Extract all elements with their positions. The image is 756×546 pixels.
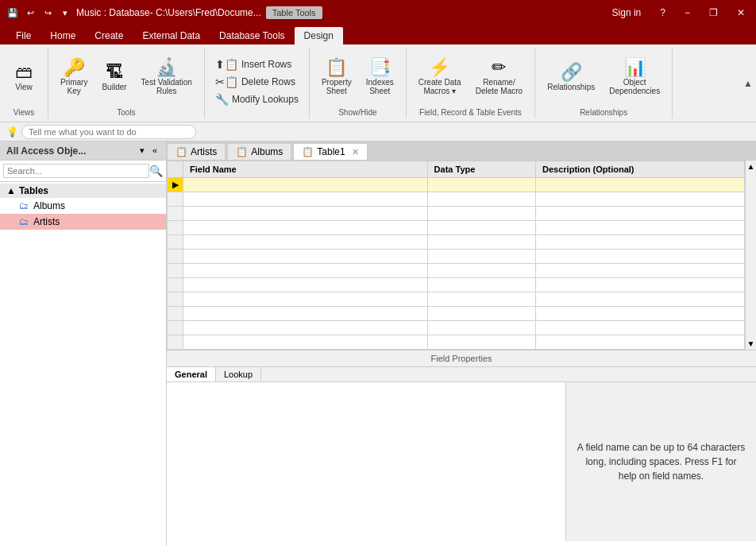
show-hide-label: Show/Hide — [338, 105, 376, 117]
insert-rows-button[interactable]: ⬆📋 Insert Rows — [211, 56, 303, 72]
sidebar-item-albums[interactable]: 🗂 Albums — [0, 198, 166, 214]
description-cell[interactable] — [536, 292, 745, 307]
table1-tab-icon: 📋 — [302, 146, 314, 157]
doc-tab-table1[interactable]: 📋 Table1 ✕ — [293, 143, 367, 160]
tab-external-data[interactable]: External Data — [133, 27, 210, 45]
tab-create[interactable]: Create — [85, 27, 133, 45]
field-properties-help-panel: A field name can be up to 64 characters … — [565, 382, 756, 541]
rename-delete-macro-button[interactable]: ✏ Rename/Delete Macro — [470, 55, 528, 99]
data-type-cell[interactable] — [427, 292, 535, 307]
create-data-macros-button[interactable]: ⚡ Create DataMacros ▾ — [413, 55, 467, 99]
sidebar-controls: ▾ « — [137, 145, 160, 157]
data-type-cell[interactable] — [427, 335, 535, 350]
redo-icon[interactable]: ↪ — [41, 6, 54, 19]
field-name-cell[interactable] — [183, 264, 428, 278]
description-cell-1[interactable] — [536, 178, 745, 192]
description-cell[interactable] — [536, 335, 745, 350]
description-cell[interactable] — [536, 192, 745, 207]
description-cell[interactable] — [536, 250, 745, 264]
field-name-header: Field Name — [183, 161, 428, 178]
builder-button[interactable]: 🏗 Builder — [96, 60, 132, 95]
field-name-cell[interactable] — [183, 192, 428, 207]
table1-tab-close[interactable]: ✕ — [352, 147, 359, 157]
views-label: Views — [14, 105, 35, 117]
table-tools-tag: Table Tools — [266, 6, 322, 19]
minimize-button[interactable]: − — [680, 6, 695, 20]
sidebar-menu-button[interactable]: ▾ — [137, 145, 147, 157]
artists-tab-icon: 📋 — [176, 146, 187, 157]
data-type-cell[interactable] — [427, 321, 535, 335]
tab-file[interactable]: File — [6, 27, 40, 45]
description-cell[interactable] — [536, 321, 745, 335]
data-type-cell-1[interactable] — [427, 178, 535, 192]
doc-tab-artists[interactable]: 📋 Artists — [167, 143, 226, 160]
albums-tab-icon: 📋 — [236, 146, 248, 157]
description-cell[interactable] — [536, 278, 745, 292]
tell-me-bar: 💡 — [0, 122, 756, 141]
artists-tab-label: Artists — [191, 146, 217, 157]
description-header: Description (Optional) — [536, 161, 745, 178]
test-validation-button[interactable]: 🔬 Test ValidationRules — [136, 55, 198, 99]
scrollbar-up-arrow[interactable]: ▲ — [747, 162, 755, 171]
sign-in-button[interactable]: Sign in — [608, 6, 646, 20]
field-props-tab-general[interactable]: General — [167, 367, 216, 381]
sidebar-collapse-button[interactable]: « — [150, 145, 160, 157]
sidebar-section-tables-header[interactable]: ▲ Tables — [0, 184, 166, 198]
relationships-button[interactable]: 🔗 Relationships — [542, 60, 600, 95]
description-cell[interactable] — [536, 235, 745, 250]
save-icon[interactable]: 💾 — [6, 6, 19, 19]
field-name-cell[interactable] — [183, 221, 428, 235]
undo-icon[interactable]: ↩ — [24, 6, 37, 19]
ribbon-collapse-icon[interactable]: ▲ — [743, 78, 753, 89]
view-button[interactable]: 🗃 View — [6, 60, 41, 95]
data-type-cell[interactable] — [427, 221, 535, 235]
description-cell[interactable] — [536, 264, 745, 278]
maximize-button[interactable]: ❐ — [704, 6, 723, 20]
sidebar-item-artists[interactable]: 🗂 Artists — [0, 214, 166, 230]
indexes-button[interactable]: 📑 IndexesSheet — [361, 55, 399, 99]
field-props-tab-lookup[interactable]: Lookup — [216, 367, 261, 381]
tab-database-tools[interactable]: Database Tools — [210, 27, 295, 45]
field-name-cell[interactable] — [183, 321, 428, 335]
data-type-cell[interactable] — [427, 250, 535, 264]
doc-tab-albums[interactable]: 📋 Albums — [227, 143, 291, 160]
data-type-cell[interactable] — [427, 192, 535, 207]
sidebar-title: All Access Obje... — [6, 145, 86, 157]
tab-design[interactable]: Design — [295, 27, 343, 45]
delete-rows-button[interactable]: ✂📋 Delete Rows — [211, 74, 303, 90]
table-vertical-scrollbar[interactable]: ▲ ▼ — [745, 161, 756, 350]
field-name-cell[interactable] — [183, 207, 428, 221]
close-button[interactable]: ✕ — [732, 6, 750, 20]
field-name-cell[interactable] — [183, 292, 428, 307]
field-name-cell[interactable] — [183, 250, 428, 264]
tab-home[interactable]: Home — [40, 27, 85, 45]
data-type-cell[interactable] — [427, 278, 535, 292]
data-type-cell[interactable] — [427, 235, 535, 250]
lightbulb-icon: 💡 — [6, 126, 18, 137]
field-name-cell[interactable] — [183, 278, 428, 292]
field-name-input-1[interactable] — [190, 180, 421, 190]
dropdown-icon[interactable]: ▾ — [59, 6, 71, 19]
data-type-cell[interactable] — [427, 207, 535, 221]
field-events-label: Field, Record & Table Events — [419, 105, 522, 117]
scrollbar-down-arrow[interactable]: ▼ — [747, 339, 755, 348]
field-name-cell[interactable] — [183, 235, 428, 250]
description-cell[interactable] — [536, 307, 745, 321]
field-name-cell[interactable] — [183, 335, 428, 350]
object-dependencies-button[interactable]: 📊 ObjectDependencies — [604, 55, 665, 99]
description-cell[interactable] — [536, 221, 745, 235]
data-type-cell[interactable] — [427, 307, 535, 321]
title-bar-right: Sign in ? − ❐ ✕ — [608, 6, 750, 20]
property-sheet-button[interactable]: 📋 PropertySheet — [316, 55, 357, 99]
table-row — [168, 307, 745, 321]
tell-me-input[interactable] — [21, 125, 196, 139]
description-cell[interactable] — [536, 207, 745, 221]
help-button[interactable]: ? — [655, 6, 670, 20]
primary-key-button[interactable]: 🔑 PrimaryKey — [55, 55, 93, 99]
sidebar-search-input[interactable] — [3, 164, 149, 178]
field-properties: Field Properties General Lookup A field … — [167, 350, 756, 541]
field-name-cell-1[interactable] — [183, 178, 428, 192]
data-type-cell[interactable] — [427, 264, 535, 278]
field-name-cell[interactable] — [183, 307, 428, 321]
modify-lookups-button[interactable]: 🔧 Modify Lookups — [211, 91, 303, 107]
